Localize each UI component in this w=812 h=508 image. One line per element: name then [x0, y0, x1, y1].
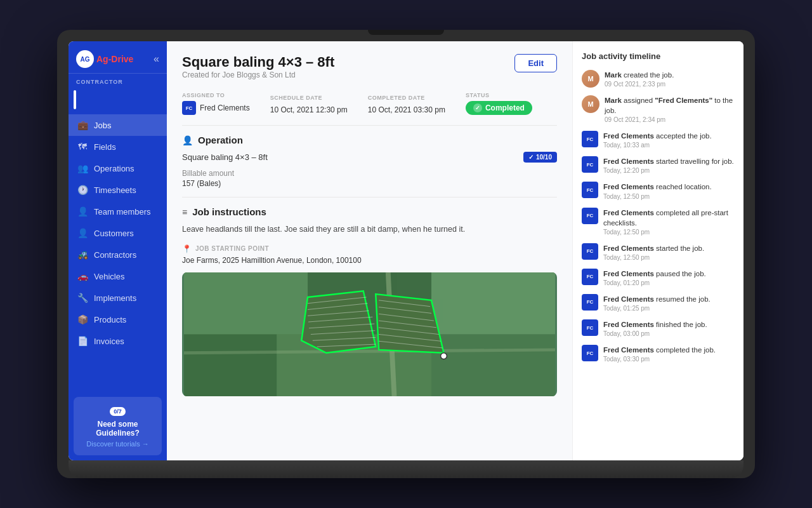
- operation-name: Square baling 4×3 – 8ft: [182, 152, 268, 162]
- activity-time-2: Today, 10:33 am: [603, 142, 735, 149]
- sidebar-label-team: Team members: [94, 207, 151, 217]
- activity-time-5: Today, 12:50 pm: [603, 229, 735, 236]
- instructions-text: Leave headlands till the last. Joe said …: [182, 224, 557, 236]
- laptop-notch: [368, 30, 444, 35]
- job-meta: ASSIGNED TO FC Fred Clements SCHEDULE DA…: [182, 92, 557, 115]
- assignee-chip: FC Fred Clements: [182, 101, 250, 115]
- sidebar-label-vehicles: Vehicles: [94, 272, 124, 281]
- sidebar-item-customers[interactable]: 👤 Customers: [69, 222, 167, 244]
- logo-icon: AG: [76, 50, 94, 68]
- edit-button[interactable]: Edit: [514, 54, 557, 72]
- sidebar-item-invoices[interactable]: 📄 Invoices: [69, 330, 167, 352]
- activity-desc-7: Fred Clements paused the job.: [603, 269, 735, 279]
- status-label: STATUS: [466, 92, 532, 98]
- schedule-date: 10 Oct, 2021 12:30 pm: [270, 105, 348, 114]
- billable-label: Billable amount: [182, 169, 557, 178]
- activity-time-9: Today, 03:00 pm: [603, 330, 735, 337]
- activity-desc-10: Fred Clements completed the job.: [603, 345, 735, 355]
- activity-desc-1: Mark assigned "Fred Clements" to the job…: [605, 95, 735, 116]
- svg-rect-4: [184, 334, 277, 396]
- checklist-count: 10/10: [536, 154, 552, 161]
- activity-panel: Job activity timeline M Mark created the…: [572, 41, 743, 460]
- activity-text-1: Mark assigned "Fred Clements" to the job…: [605, 95, 735, 123]
- fc-avatar-2: FC: [582, 131, 598, 147]
- starting-point-label: JOB STARTING POINT: [195, 245, 269, 252]
- sidebar-label-timesheets: Timesheets: [94, 185, 136, 195]
- activity-item-3: FC Fred Clements started travelling for …: [582, 156, 735, 174]
- map-svg: [182, 272, 557, 396]
- fc-avatar-8: FC: [582, 294, 598, 311]
- sidebar-item-operations[interactable]: 👥 Operations: [69, 157, 167, 179]
- activity-desc-4: Fred Clements reached location.: [603, 182, 735, 192]
- jobs-icon: 💼: [77, 120, 88, 130]
- activity-time-7: Today, 01:20 pm: [603, 279, 735, 286]
- laptop-frame: AG Ag-Drive « CONTRACTOR 💼 Jobs 🗺 Fields: [57, 30, 755, 478]
- sidebar-label-products: Products: [94, 315, 126, 324]
- progress-badge: 0/7: [110, 407, 126, 416]
- divider-1: [182, 125, 557, 126]
- sidebar-divider: [74, 90, 76, 109]
- svg-point-26: [441, 353, 447, 359]
- sidebar-header: AG Ag-Drive «: [69, 41, 167, 74]
- laptop-base: [69, 460, 743, 478]
- operation-icon: 👤: [182, 135, 193, 145]
- activity-text-5: Fred Clements completed all pre-start ch…: [603, 208, 735, 236]
- fc-avatar-10: FC: [582, 345, 598, 361]
- schedule-date-group: SCHEDULE DATE 10 Oct, 2021 12:30 pm: [270, 95, 348, 115]
- fc-avatar-4: FC: [582, 182, 598, 198]
- laptop-screen: AG Ag-Drive « CONTRACTOR 💼 Jobs 🗺 Fields: [69, 41, 743, 460]
- activity-desc-8: Fred Clements resumed the job.: [603, 294, 735, 304]
- svg-rect-3: [431, 272, 555, 335]
- vehicles-icon: 🚗: [77, 271, 88, 281]
- pin-icon: 📍: [182, 244, 192, 253]
- sidebar-role-label: CONTRACTOR: [69, 74, 167, 90]
- sidebar-label-invoices: Invoices: [94, 337, 124, 346]
- sidebar-item-team-members[interactable]: 👤 Team members: [69, 201, 167, 222]
- activity-text-3: Fred Clements started travelling for job…: [603, 156, 735, 174]
- sidebar-item-products[interactable]: 📦 Products: [69, 309, 167, 330]
- implements-icon: 🔧: [77, 293, 88, 303]
- sidebar-item-jobs[interactable]: 💼 Jobs: [69, 114, 167, 136]
- activity-time-10: Today, 03:30 pm: [603, 356, 735, 363]
- activity-item-1: M Mark assigned "Fred Clements" to the j…: [582, 95, 735, 123]
- instructions-icon: ≡: [182, 207, 187, 217]
- collapse-button[interactable]: «: [154, 53, 159, 65]
- activity-desc-0: Mark created the job.: [605, 70, 735, 80]
- activity-text-9: Fred Clements finished the job. Today, 0…: [603, 319, 735, 337]
- activity-time-1: 09 Oct 2021, 2:34 pm: [605, 116, 735, 123]
- sidebar-item-implements[interactable]: 🔧 Implements: [69, 287, 167, 309]
- logo-text: Ag-Drive: [96, 54, 133, 64]
- activity-item-10: FC Fred Clements completed the job. Toda…: [582, 345, 735, 363]
- sidebar-item-fields[interactable]: 🗺 Fields: [69, 136, 167, 157]
- activity-text-0: Mark created the job. 09 Oct 2021, 2:33 …: [605, 70, 735, 88]
- activity-item-0: M Mark created the job. 09 Oct 2021, 2:3…: [582, 70, 735, 88]
- fc-avatar-5: FC: [582, 208, 598, 224]
- discover-link[interactable]: Discover tutorials →: [81, 440, 154, 448]
- fc-avatar-7: FC: [582, 269, 598, 285]
- activity-item-6: FC Fred Clements started the job. Today,…: [582, 243, 735, 261]
- divider-2: [182, 197, 557, 197]
- svg-rect-6: [431, 334, 555, 396]
- activity-item-8: FC Fred Clements resumed the job. Today,…: [582, 294, 735, 312]
- status-badge: Completed: [466, 101, 532, 115]
- logo-text-2: Drive: [111, 54, 133, 64]
- assigned-to-group: ASSIGNED TO FC Fred Clements: [182, 92, 250, 115]
- status-group: STATUS Completed: [466, 92, 532, 115]
- fc-avatar-9: FC: [582, 319, 598, 336]
- completed-label: COMPLETED DATE: [368, 95, 445, 101]
- sidebar-item-timesheets[interactable]: 🕐 Timesheets: [69, 179, 167, 201]
- job-title-area: Square baling 4×3 – 8ft Created for Joe …: [182, 54, 334, 90]
- customers-icon: 👤: [77, 228, 88, 238]
- job-header: Square baling 4×3 – 8ft Created for Joe …: [182, 54, 557, 90]
- sidebar-item-contractors[interactable]: 🚜 Contractors: [69, 244, 167, 265]
- operation-section-title: 👤 Operation: [182, 135, 557, 145]
- operation-row: Square baling 4×3 – 8ft ✓ 10/10: [182, 152, 557, 163]
- starting-point-value: Joe Farms, 2025 Hamilltion Avenue, Londo…: [182, 256, 557, 265]
- sidebar-label-jobs: Jobs: [94, 121, 111, 130]
- sidebar: AG Ag-Drive « CONTRACTOR 💼 Jobs 🗺 Fields: [69, 41, 167, 460]
- sidebar-label-operations: Operations: [94, 164, 134, 173]
- products-icon: 📦: [77, 314, 88, 324]
- sidebar-item-vehicles[interactable]: 🚗 Vehicles: [69, 265, 167, 287]
- activity-text-8: Fred Clements resumed the job. Today, 01…: [603, 294, 735, 312]
- operation-title-text: Operation: [198, 135, 243, 145]
